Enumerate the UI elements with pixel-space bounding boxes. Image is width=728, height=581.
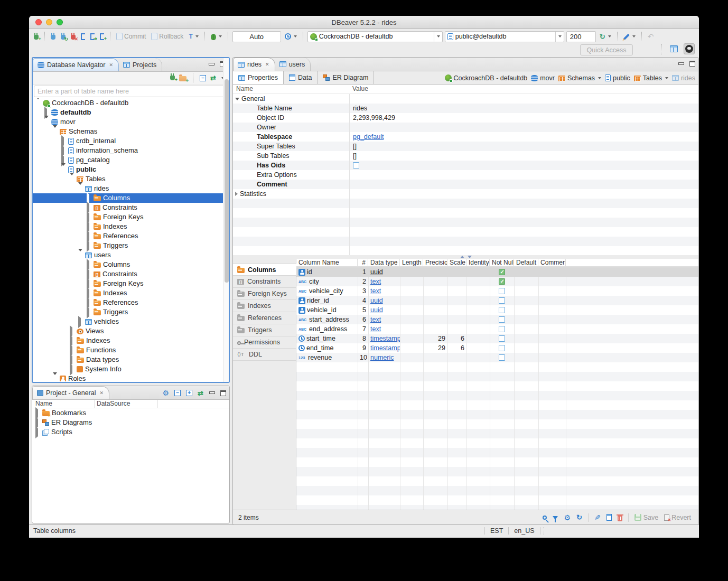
collapse-arrow-icon[interactable] [53,128,58,136]
tab-rides[interactable]: rides✕ [233,58,275,71]
expand-arrow-icon[interactable] [70,356,74,364]
column-row-vehicle_id[interactable]: vehicle_id5uuid [296,305,698,315]
columns-view-icon[interactable] [606,514,612,521]
dbeaver-perspective-button[interactable] [684,43,695,54]
tablespace-link[interactable]: pg_default [353,133,384,140]
property-row-super-tables[interactable]: Super Tables[] [233,142,698,151]
column-row-rider_id[interactable]: rider_id4uuid [296,296,698,305]
property-value[interactable] [349,162,359,168]
expand-arrow-icon[interactable] [35,428,40,436]
property-value[interactable]: [] [349,143,357,150]
column-row-start_address[interactable]: ABCstart_address6text [296,315,698,324]
tree-item-triggers[interactable]: Triggers [33,307,229,317]
expand-arrow-icon[interactable] [61,147,66,155]
data-type-link[interactable]: uuid [370,306,383,314]
search-icon[interactable] [543,516,547,520]
expand-arrow-icon[interactable] [35,419,40,427]
breadcrumb-item-rides[interactable]: rides [672,74,695,82]
minimize-view-icon[interactable] [209,390,215,396]
column-row-end_address[interactable]: ABCend_address7text [296,324,698,334]
column-row-vehicle_city[interactable]: ABCvehicle_city3text [296,286,698,296]
expand-arrow-icon[interactable] [87,232,91,240]
commit-mode-combo[interactable]: Auto [232,31,281,42]
delete-icon[interactable] [618,516,622,521]
property-row-table-name[interactable]: Table Namerides [233,104,698,113]
checkbox-icon[interactable] [499,297,505,304]
collapse-arrow-icon[interactable] [36,99,41,107]
tab-data[interactable]: Data [284,71,318,84]
properties-header-name[interactable]: Name [233,85,349,93]
collapse-arrow-icon[interactable] [44,118,49,126]
column-header-scale[interactable]: Scale [447,259,466,266]
tree-item-rides[interactable]: rides [33,184,229,193]
column-row-start_time[interactable]: start_time8timestamp296 [296,334,698,343]
tree-item-constraints[interactable]: []Constraints [33,203,229,212]
locale-indicator[interactable]: en_US [509,527,540,535]
save-button[interactable]: Save [634,514,659,521]
tree-item-indexes[interactable]: Indexes [33,222,229,231]
property-value[interactable]: rides [349,105,367,112]
checkbox-icon[interactable] [499,354,505,361]
property-row-owner[interactable]: Owner [233,123,698,132]
project-item-scripts[interactable]: Scripts [32,427,229,437]
collapse-all-icon[interactable]: − [174,390,181,396]
rollback-button[interactable]: Rollback [150,32,185,41]
transaction-log-button[interactable] [283,32,298,41]
column-header--[interactable]: # [358,259,368,266]
column-header-length[interactable]: Length [400,259,423,266]
column-header-not-null[interactable]: Not Null [490,259,514,266]
tree-item-columns[interactable]: Columns [33,193,229,203]
expand-arrow-icon[interactable] [70,337,74,345]
maximize-editor-icon[interactable] [689,61,695,67]
sash-up-icon[interactable] [460,256,464,258]
tree-item-data-types[interactable]: Data types [33,355,229,364]
property-value[interactable]: 2,293,998,429 [349,114,395,121]
data-type-link[interactable]: uuid [370,268,383,276]
tree-item-references[interactable]: References [33,231,229,241]
project-item-bookmarks[interactable]: Bookmarks [32,408,229,418]
expand-arrow-icon[interactable] [87,194,91,202]
checkbox-checked-icon[interactable] [499,278,505,285]
connection-combo[interactable]: CockroachDB - defaultdb [307,31,443,42]
column-row-id[interactable]: id1uuid [296,267,698,277]
expand-arrow-icon[interactable] [235,192,238,196]
tab-projects[interactable]: Projects [119,58,162,71]
property-row-object-id[interactable]: Object ID2,293,998,429 [233,113,698,123]
gear-icon[interactable]: ⚙ [163,389,170,397]
expand-arrow-icon[interactable] [87,213,91,221]
sql-editor-button[interactable] [79,32,87,41]
property-value[interactable]: [] [349,152,357,160]
tree-item-functions[interactable]: Functions [33,345,229,355]
expand-arrow-icon[interactable] [61,137,66,145]
checkbox-icon[interactable] [353,162,359,168]
commit-button[interactable]: Commit [115,32,147,41]
detail-tab-permissions[interactable]: Permissions [233,336,296,349]
tree-item-tables[interactable]: Tables [33,174,229,184]
expand-all-icon[interactable]: + [186,390,192,396]
tree-item-constraints[interactable]: []Constraints [33,269,229,279]
collapse-arrow-icon[interactable] [235,98,239,100]
link-with-editor-icon[interactable]: ⇄ [210,74,216,81]
checkbox-icon[interactable] [499,288,505,294]
detail-tab-indexes[interactable]: Indexes [233,300,296,312]
column-header-column-name[interactable]: Column Name [296,259,358,266]
expand-arrow-icon[interactable] [70,346,74,354]
column-header-precision[interactable]: Precision [423,259,447,266]
column-header-identity[interactable]: Identity [466,259,490,266]
tree-item-triggers[interactable]: Triggers [33,241,229,250]
open-perspective-button[interactable] [668,44,679,53]
tree-item-system-info[interactable]: System Info [33,364,229,374]
column-row-revenue[interactable]: 123revenue10numeric [296,353,698,362]
data-type-link[interactable]: numeric [370,354,394,361]
detail-tab-foreign-keys[interactable]: Foreign Keys [233,288,296,300]
invalidate-reconnect-button[interactable]: ↻ [59,32,67,41]
expand-arrow-icon[interactable] [87,261,91,269]
detail-tab-columns[interactable]: Columns [233,264,296,276]
collapse-arrow-icon[interactable] [61,166,66,174]
minimize-view-icon[interactable] [208,62,214,67]
tree-item-foreign-keys[interactable]: Foreign Keys [33,212,229,222]
data-type-link[interactable]: text [370,325,381,333]
expand-arrow-icon[interactable] [87,289,91,297]
revert-button[interactable]: Revert [664,514,691,521]
disconnect-button[interactable]: ✕ [69,32,77,41]
